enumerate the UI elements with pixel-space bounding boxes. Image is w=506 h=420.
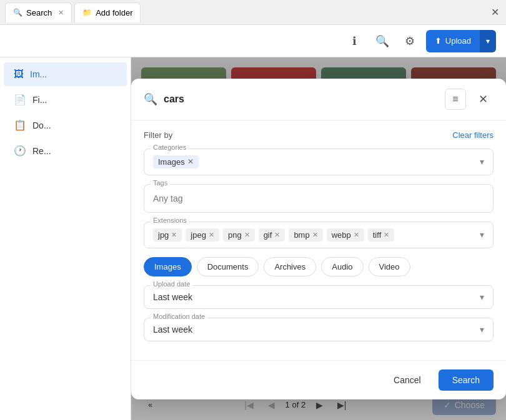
upload-date-value: Last week bbox=[153, 292, 192, 302]
upload-dropdown-button[interactable]: ▾ bbox=[480, 30, 496, 52]
modal-search-input[interactable] bbox=[164, 94, 439, 105]
modification-date-dropdown-arrow[interactable]: ▾ bbox=[480, 325, 484, 335]
toolbar-right: ℹ 🔍 ⚙ ⬆ Upload ▾ bbox=[344, 30, 496, 52]
extensions-label: Extensions bbox=[151, 217, 189, 224]
tab-bar-left: 🔍 Search ✕ 📁 Add folder bbox=[5, 2, 141, 22]
type-button-images[interactable]: Images bbox=[144, 257, 192, 276]
ext-chip-webp: webp ✕ bbox=[327, 228, 364, 242]
sidebar-item-recent[interactable]: 🕐 Re... bbox=[4, 139, 127, 163]
sidebar-item-files-label: Fi... bbox=[32, 95, 47, 105]
close-window-button[interactable]: ✕ bbox=[489, 6, 501, 19]
extensions-dropdown-arrow[interactable]: ▾ bbox=[480, 230, 484, 240]
sidebar-item-images-label: Im... bbox=[30, 69, 47, 79]
ext-chip-gif-label: gif bbox=[264, 230, 272, 240]
ext-chip-png: png ✕ bbox=[223, 228, 255, 242]
modal-footer: Cancel Search bbox=[131, 360, 506, 399]
modal-close-button[interactable]: ✕ bbox=[472, 89, 494, 110]
ext-chip-bmp-remove[interactable]: ✕ bbox=[312, 231, 318, 239]
modification-date-value: Last week bbox=[153, 325, 192, 335]
search-icon: 🔍 bbox=[375, 34, 389, 48]
cancel-button[interactable]: Cancel bbox=[382, 369, 432, 391]
tags-label: Tags bbox=[151, 179, 170, 187]
type-button-documents[interactable]: Documents bbox=[197, 257, 259, 276]
tab-search-label: Search bbox=[26, 8, 52, 17]
content-area: « |◀ ◀ 1 of 2 ▶ bbox=[131, 57, 506, 420]
modal-header: 🔍 ≡ ✕ bbox=[131, 79, 506, 120]
modification-date-field[interactable]: Last week ▾ bbox=[153, 325, 484, 335]
ext-chip-bmp: bmp ✕ bbox=[289, 228, 322, 242]
modal-body: Filter by Clear filters Categories Image… bbox=[131, 120, 506, 360]
modal-filter-button[interactable]: ≡ bbox=[445, 89, 466, 110]
tab-add-folder[interactable]: 📁 Add folder bbox=[74, 2, 141, 22]
ext-chip-tiff-remove[interactable]: ✕ bbox=[384, 231, 389, 239]
type-button-archives[interactable]: Archives bbox=[264, 257, 316, 276]
upload-arrow-icon: ▾ bbox=[486, 37, 490, 46]
ext-chip-gif: gif ✕ bbox=[259, 228, 285, 242]
ext-chip-tiff-label: tiff bbox=[373, 230, 382, 240]
ext-chip-webp-label: webp bbox=[332, 230, 351, 240]
ext-chip-jpeg-remove[interactable]: ✕ bbox=[209, 231, 214, 239]
categories-label: Categories bbox=[151, 144, 189, 151]
ext-chip-tiff: tiff ✕ bbox=[368, 228, 395, 242]
tags-field-group: Tags bbox=[144, 184, 494, 213]
upload-date-label: Upload date bbox=[151, 280, 192, 288]
type-filter-row: Images Documents Archives Audio Video bbox=[144, 257, 494, 276]
filter-by-row: Filter by Clear filters bbox=[144, 130, 494, 140]
ext-chip-jpg-label: jpg bbox=[158, 230, 169, 240]
sidebar-item-files[interactable]: 📄 Fi... bbox=[4, 87, 127, 112]
info-icon: ℹ bbox=[352, 34, 357, 48]
ext-chip-webp-remove[interactable]: ✕ bbox=[354, 231, 359, 239]
category-chip-images-label: Images bbox=[158, 157, 185, 167]
modification-date-field-group: Modification date Last week ▾ bbox=[144, 318, 494, 341]
search-button[interactable]: 🔍 bbox=[371, 30, 394, 52]
app-window: 🔍 Search ✕ 📁 Add folder ✕ ℹ 🔍 ⚙ bbox=[0, 0, 506, 420]
category-chip-images-remove[interactable]: ✕ bbox=[187, 157, 194, 166]
toolbar: ℹ 🔍 ⚙ ⬆ Upload ▾ bbox=[0, 25, 506, 57]
categories-dropdown-arrow[interactable]: ▾ bbox=[480, 157, 484, 167]
tab-search-close[interactable]: ✕ bbox=[58, 9, 64, 17]
sidebar-item-documents-label: Do... bbox=[32, 120, 51, 130]
ext-chip-jpg-remove[interactable]: ✕ bbox=[171, 231, 177, 239]
documents-icon: 📋 bbox=[14, 119, 26, 131]
add-folder-tab-icon: 📁 bbox=[82, 8, 92, 17]
upload-label: Upload bbox=[445, 36, 471, 46]
modal-close-icon: ✕ bbox=[479, 92, 488, 106]
clear-filters-button[interactable]: Clear filters bbox=[452, 130, 494, 140]
type-button-audio[interactable]: Audio bbox=[321, 257, 363, 276]
upload-icon: ⬆ bbox=[435, 36, 442, 46]
ext-chip-jpeg: jpeg ✕ bbox=[186, 228, 219, 242]
extensions-field-group: Extensions jpg ✕ jpeg ✕ bbox=[144, 222, 494, 248]
tab-search[interactable]: 🔍 Search ✕ bbox=[5, 2, 72, 22]
sidebar-item-images[interactable]: 🖼 Im... bbox=[4, 62, 127, 86]
modal-overlay: 🔍 ≡ ✕ Filter by C bbox=[131, 57, 506, 420]
upload-button[interactable]: ⬆ Upload bbox=[426, 30, 480, 52]
ext-chip-jpeg-label: jpeg bbox=[191, 230, 206, 240]
upload-date-dropdown-arrow[interactable]: ▾ bbox=[480, 292, 484, 302]
tab-add-folder-label: Add folder bbox=[96, 8, 132, 17]
recent-icon: 🕐 bbox=[14, 145, 26, 157]
upload-date-field-group: Upload date Last week ▾ bbox=[144, 285, 494, 309]
ext-chip-png-remove[interactable]: ✕ bbox=[244, 231, 250, 239]
categories-field-group: Categories Images ✕ ▾ bbox=[144, 149, 494, 175]
filter-button[interactable]: ⚙ bbox=[399, 30, 421, 52]
ext-chip-jpg: jpg ✕ bbox=[153, 228, 182, 242]
categories-field: Images ✕ ▾ bbox=[153, 155, 484, 168]
info-button[interactable]: ℹ bbox=[344, 30, 366, 52]
ext-chip-gif-remove[interactable]: ✕ bbox=[274, 231, 280, 239]
tags-input[interactable] bbox=[153, 191, 484, 206]
search-button-modal[interactable]: Search bbox=[439, 369, 494, 391]
filter-icon: ⚙ bbox=[405, 34, 415, 48]
modal-search-icon: 🔍 bbox=[144, 92, 157, 106]
sidebar: 🖼 Im... 📄 Fi... 📋 Do... 🕐 Re... bbox=[0, 57, 131, 420]
upload-group: ⬆ Upload ▾ bbox=[426, 30, 496, 52]
sidebar-item-documents[interactable]: 📋 Do... bbox=[4, 113, 127, 137]
main-content: 🖼 Im... 📄 Fi... 📋 Do... 🕐 Re... bbox=[0, 57, 506, 420]
filter-modal: 🔍 ≡ ✕ Filter by C bbox=[131, 79, 506, 399]
type-button-video[interactable]: Video bbox=[369, 257, 410, 276]
ext-chip-png-label: png bbox=[228, 230, 242, 240]
upload-date-field[interactable]: Last week ▾ bbox=[153, 292, 484, 302]
files-icon: 📄 bbox=[14, 94, 26, 105]
images-icon: 🖼 bbox=[14, 69, 24, 80]
tab-bar: 🔍 Search ✕ 📁 Add folder ✕ bbox=[0, 0, 506, 25]
search-tab-icon: 🔍 bbox=[13, 8, 22, 17]
